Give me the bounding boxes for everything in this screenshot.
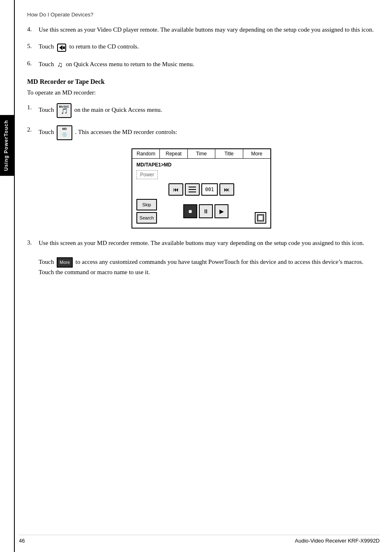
md-item-3-touch-para: Touch More to access any customized comm… — [39, 257, 376, 277]
item-6-text: on Quick Access menu to return to the Mu… — [66, 61, 194, 68]
play-btn[interactable]: ▶ — [214, 204, 228, 218]
item-5-prefix: Touch — [39, 43, 54, 50]
counter-display: 001 — [201, 183, 218, 196]
music-note-icon: ♫ — [57, 59, 63, 71]
sidebar-label: Using PowerTouch — [3, 120, 9, 171]
section-heading: MD Recorder or Tape Deck — [27, 78, 376, 85]
skip-btn[interactable]: Skip — [136, 199, 157, 210]
svg-rect-3 — [189, 187, 196, 187]
back-icon — [57, 42, 66, 52]
md-screen-container: Random Repeat Time Title More MD/TAPE1>M… — [27, 148, 376, 229]
md-list-item-2: 2. Touch MD 💿 . This accesses the MD rec… — [27, 125, 376, 140]
title-btn[interactable]: Title — [215, 149, 243, 158]
section-subtext: To operate an MD recorder: — [27, 88, 376, 97]
md-path: MD/TAPE1>MD — [136, 162, 266, 168]
footer-title: Audio-Video Receiver KRF-X9992D — [295, 538, 380, 544]
list-item-6: 6. Touch ♫ on Quick Access menu to retur… — [27, 59, 376, 71]
md-topbar: Random Repeat Time Title More — [132, 149, 270, 159]
item-5-text: to return to the CD controls. — [69, 43, 139, 50]
md-item-1-content: Touch MUSIC 🎵 on the main or Quick Acces… — [39, 103, 376, 118]
svg-rect-5 — [189, 192, 196, 192]
main-content: How Do I Operate Devices? 4. Use this sc… — [19, 0, 392, 297]
touch-after-text: to access any customized commands you ha… — [39, 259, 363, 275]
md-item-3-para: Use this screen as your MD recorder remo… — [39, 238, 376, 248]
md-screen: Random Repeat Time Title More MD/TAPE1>M… — [131, 148, 271, 229]
md-list-item-3: 3. Use this screen as your MD recorder r… — [27, 238, 376, 277]
md-item-3-number: 3. — [27, 238, 39, 246]
list-item-4: 4. Use this screen as your Video CD play… — [27, 25, 376, 35]
md-item-1-prefix: Touch — [39, 106, 54, 113]
item-6-content: Touch ♫ on Quick Access menu to return t… — [39, 59, 376, 71]
md-item-2-content: Touch MD 💿 . This accesses the MD record… — [39, 125, 376, 140]
touch-label: Touch — [39, 259, 54, 265]
item-4-number: 4. — [27, 25, 39, 33]
md-tape-icon: MD 💿 — [57, 125, 72, 140]
more-topbar-btn[interactable]: More — [243, 149, 270, 158]
skip-search-controls: Skip Search — [136, 199, 157, 224]
item-6-number: 6. — [27, 59, 39, 67]
md-power-btn[interactable]: Power — [136, 170, 158, 179]
menu-btn[interactable] — [185, 183, 200, 196]
repeat-btn[interactable]: Repeat — [160, 149, 187, 158]
sidebar — [0, 0, 15, 552]
music-menu-icon: MUSIC 🎵 — [57, 103, 71, 118]
list-item-5: 5. Touch to return to the CD controls. — [27, 42, 376, 52]
md-section: MD Recorder or Tape Deck To operate an M… — [27, 78, 376, 277]
svg-rect-4 — [189, 189, 196, 190]
md-list-item-1: 1. Touch MUSIC 🎵 on the main or Quick Ac… — [27, 103, 376, 118]
md-item-1-text: on the main or Quick Access menu. — [74, 106, 162, 113]
item-5-content: Touch to return to the CD controls. — [39, 42, 376, 52]
playback-controls: ■ ⏸ ▶ — [159, 199, 253, 224]
page-footer: 46 Audio-Video Receiver KRF-X9992D — [19, 535, 380, 544]
md-item-2-number: 2. — [27, 125, 39, 133]
time-btn[interactable]: Time — [188, 149, 215, 158]
random-btn[interactable]: Random — [132, 149, 160, 158]
more-button-icon: More — [57, 257, 73, 268]
md-screen-body: MD/TAPE1>MD Power ⏮ 001 ⏭ — [132, 159, 270, 228]
md-item-2-text: . This accesses the MD recorder controls… — [75, 129, 177, 135]
md-item-2-prefix: Touch — [39, 129, 54, 135]
md-transport: ⏮ 001 ⏭ — [136, 183, 266, 196]
search-btn[interactable]: Search — [136, 212, 157, 224]
item-4-text: Use this screen as your Video CD player … — [39, 25, 376, 35]
item-5-number: 5. — [27, 42, 39, 50]
md-bottom-controls: Skip Search ■ ⏸ ▶ — [136, 199, 266, 224]
corner-btn[interactable] — [255, 212, 266, 224]
md-item-1-number: 1. — [27, 103, 39, 111]
sidebar-tab: Using PowerTouch — [0, 115, 15, 176]
item-6-prefix: Touch — [39, 61, 54, 68]
stop-btn[interactable]: ■ — [183, 204, 197, 218]
page-number: 46 — [19, 538, 25, 544]
next-btn[interactable]: ⏭ — [219, 183, 234, 196]
svg-rect-2 — [63, 46, 65, 49]
prev-btn[interactable]: ⏮ — [168, 183, 183, 196]
pause-btn[interactable]: ⏸ — [199, 204, 213, 218]
breadcrumb: How Do I Operate Devices? — [27, 12, 376, 18]
md-item-3-text: Use this screen as your MD recorder remo… — [39, 238, 376, 277]
